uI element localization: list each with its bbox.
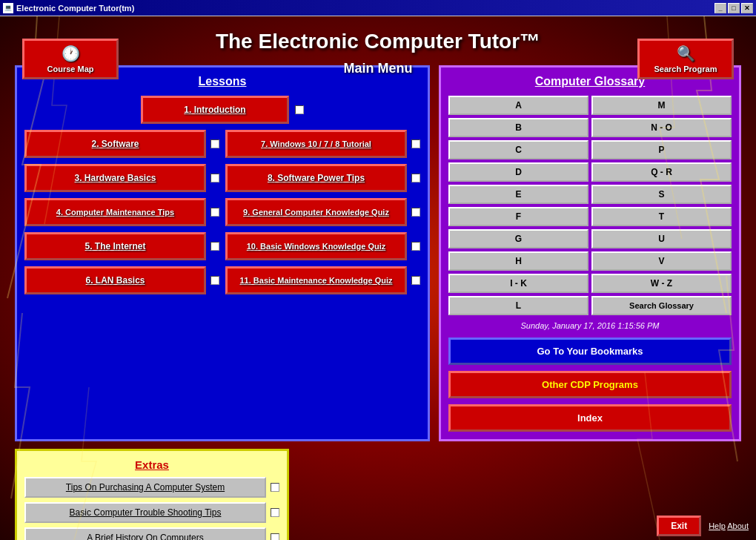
lessons-panel: Lessons 1. Introduction 2. Software 7. W… xyxy=(15,65,430,441)
cdp-button[interactable]: Other CDP Programs xyxy=(448,371,732,398)
extra-item-1: Tips On Purchasing A Computer System xyxy=(24,477,279,498)
extras-panel: Extras Tips On Purchasing A Computer Sys… xyxy=(15,449,289,540)
lesson-8-checkbox[interactable] xyxy=(411,174,420,182)
exit-button[interactable]: Exit xyxy=(657,516,701,536)
glossary-b[interactable]: B xyxy=(448,118,588,137)
lesson-cell-3: 3. Hardware Basics xyxy=(24,164,219,192)
intro-checkbox[interactable] xyxy=(295,105,304,114)
title-bar: 💻 Electronic Computer Tutor(tm) _ □ ✕ xyxy=(0,0,756,16)
glossary-s[interactable]: S xyxy=(591,185,732,204)
search-program-button[interactable]: 🔍 Search Program xyxy=(637,39,734,79)
glossary-f[interactable]: F xyxy=(448,207,588,226)
lesson-7-button[interactable]: 7. Windows 10 / 7 / 8 Tutorial xyxy=(225,130,407,158)
lesson-cell-11: 11. Basic Maintenance Knowledge Quiz xyxy=(225,266,420,294)
extra-1-checkbox[interactable] xyxy=(271,483,279,492)
lesson-cell-5: 5. The Internet xyxy=(24,232,219,260)
close-button[interactable]: ✕ xyxy=(741,3,753,13)
glossary-panel: Computer Glossary A M B N - O C P D Q - … xyxy=(439,65,741,441)
extra-item-3: A Brief History On Computers xyxy=(24,527,279,540)
glossary-e[interactable]: E xyxy=(448,185,588,204)
glossary-g[interactable]: G xyxy=(448,229,588,248)
bookmarks-button[interactable]: Go To Your Bookmarks xyxy=(448,338,732,365)
lesson-cell-9: 9. General Computer Knowledge Quiz xyxy=(225,198,420,226)
glossary-v[interactable]: V xyxy=(591,251,732,271)
glossary-p[interactable]: P xyxy=(591,140,732,159)
glossary-date: Sunday, January 17, 2016 1:15:56 PM xyxy=(448,321,732,330)
lesson-11-button[interactable]: 11. Basic Maintenance Knowledge Quiz xyxy=(225,266,407,294)
glossary-a[interactable]: A xyxy=(448,96,588,115)
extra-item-2: Basic Computer Trouble Shooting Tips xyxy=(24,502,279,523)
glossary-ik[interactable]: I - K xyxy=(448,274,588,293)
glossary-t[interactable]: T xyxy=(591,207,732,226)
minimize-button[interactable]: _ xyxy=(714,3,726,13)
lesson-cell-7: 7. Windows 10 / 7 / 8 Tutorial xyxy=(225,130,420,158)
subtitle-label: Main Menu xyxy=(344,61,413,76)
lesson-5-button[interactable]: 5. The Internet xyxy=(24,232,206,260)
help-links: Help About xyxy=(709,521,749,530)
lesson-cell-6: 6. LAN Basics xyxy=(24,266,219,294)
extra-3-button[interactable]: A Brief History On Computers xyxy=(24,527,266,540)
lesson-10-button[interactable]: 10. Basic Windows Knowledge Quiz xyxy=(225,232,407,260)
lesson-9-button[interactable]: 9. General Computer Knowledge Quiz xyxy=(225,198,407,226)
glossary-u[interactable]: U xyxy=(591,229,732,248)
lesson-2-checkbox[interactable] xyxy=(210,139,219,148)
clock-icon: 🕐 xyxy=(62,45,80,62)
extra-1-button[interactable]: Tips On Purchasing A Computer System xyxy=(24,477,266,498)
lesson-5-checkbox[interactable] xyxy=(210,242,219,251)
course-map-button[interactable]: 🕐 Course Map xyxy=(22,39,119,79)
lesson-3-button[interactable]: 3. Hardware Basics xyxy=(24,164,206,192)
glossary-wz[interactable]: W - Z xyxy=(591,274,732,293)
lesson-7-checkbox[interactable] xyxy=(411,139,420,148)
glossary-c[interactable]: C xyxy=(448,140,588,159)
lessons-grid: 2. Software 7. Windows 10 / 7 / 8 Tutori… xyxy=(24,130,420,294)
lesson-9-checkbox[interactable] xyxy=(411,208,420,217)
app-icon: 💻 xyxy=(3,3,13,13)
window-title: Electronic Computer Tutor(tm) xyxy=(16,4,134,13)
top-buttons: 🕐 Course Map Main Menu 🔍 Search Program xyxy=(0,39,756,79)
search-icon: 🔍 xyxy=(677,45,695,62)
lesson-6-checkbox[interactable] xyxy=(210,276,219,285)
glossary-d[interactable]: D xyxy=(448,162,588,182)
glossary-grid: A M B N - O C P D Q - R E S F T G U H V … xyxy=(448,96,732,315)
lesson-6-button[interactable]: 6. LAN Basics xyxy=(24,266,206,294)
bottom-area: Exit Help About xyxy=(657,516,749,536)
about-link[interactable]: About xyxy=(727,521,749,530)
lesson-cell-2: 2. Software xyxy=(24,130,219,158)
lesson-10-checkbox[interactable] xyxy=(411,242,420,251)
right-action-buttons: Go To Your Bookmarks Other CDP Programs … xyxy=(448,338,732,432)
maximize-button[interactable]: □ xyxy=(728,3,740,13)
lesson-4-button[interactable]: 4. Computer Maintenance Tips xyxy=(24,198,206,226)
index-button[interactable]: Index xyxy=(448,404,732,432)
glossary-h[interactable]: H xyxy=(448,251,588,271)
glossary-l[interactable]: L xyxy=(448,296,588,315)
lesson-3-checkbox[interactable] xyxy=(210,174,219,182)
extra-2-checkbox[interactable] xyxy=(271,508,279,517)
lesson-2-button[interactable]: 2. Software xyxy=(24,130,206,158)
glossary-qr[interactable]: Q - R xyxy=(591,162,732,182)
lesson-11-checkbox[interactable] xyxy=(411,276,420,285)
lesson-intro-button[interactable]: 1. Introduction xyxy=(141,96,289,124)
lesson-cell-8: 8. Software Power Tips xyxy=(225,164,420,192)
lesson-8-button[interactable]: 8. Software Power Tips xyxy=(225,164,407,192)
lesson-cell-10: 10. Basic Windows Knowledge Quiz xyxy=(225,232,420,260)
help-link[interactable]: Help xyxy=(709,521,726,530)
lesson-cell-4: 4. Computer Maintenance Tips xyxy=(24,198,219,226)
window-controls: _ □ ✕ xyxy=(714,3,753,13)
extra-3-checkbox[interactable] xyxy=(271,533,279,540)
glossary-m[interactable]: M xyxy=(591,96,732,115)
extras-title: Extras xyxy=(24,458,279,471)
search-glossary-button[interactable]: Search Glossary xyxy=(591,296,732,315)
main-content: The Electronic Computer Tutor™ 🕐 Course … xyxy=(0,16,756,540)
lesson-4-checkbox[interactable] xyxy=(210,208,219,217)
glossary-no[interactable]: N - O xyxy=(591,118,732,137)
extra-2-button[interactable]: Basic Computer Trouble Shooting Tips xyxy=(24,502,266,523)
